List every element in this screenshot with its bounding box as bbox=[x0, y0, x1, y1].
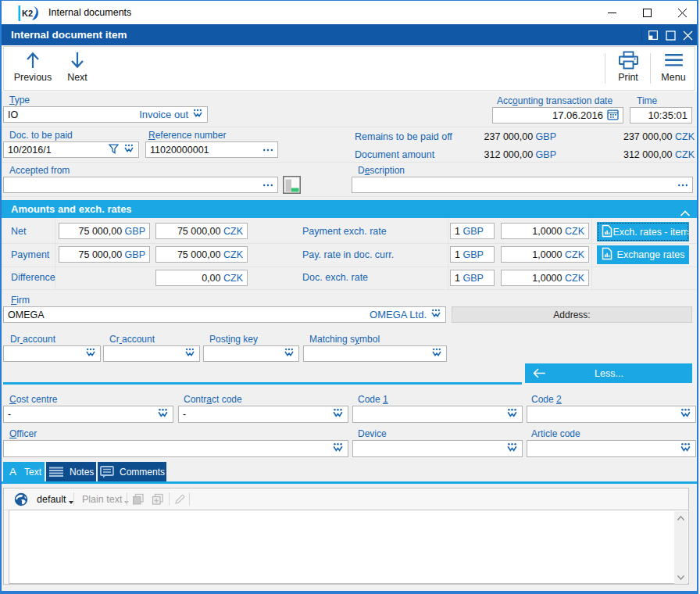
cost-centre-dropdown-icon[interactable] bbox=[157, 408, 169, 420]
scroll-up-icon[interactable] bbox=[674, 511, 688, 524]
contract-code-dropdown-icon[interactable] bbox=[332, 408, 344, 420]
officer-field[interactable] bbox=[3, 440, 348, 457]
cost-centre-field[interactable]: - bbox=[3, 406, 173, 423]
k2-app-icon: K2 bbox=[18, 5, 39, 25]
collapse-chevron-up-icon[interactable] bbox=[680, 206, 691, 220]
dr-account-dropdown-icon[interactable] bbox=[85, 348, 96, 360]
window-title: Internal documents bbox=[48, 7, 131, 18]
scroll-down-icon[interactable] bbox=[674, 571, 688, 584]
edit-pencil-icon[interactable] bbox=[173, 488, 186, 510]
globe-icon[interactable] bbox=[14, 488, 28, 510]
posting-key-field[interactable] bbox=[203, 345, 299, 362]
time-value: 10:35:01 bbox=[648, 109, 688, 121]
hamburger-menu-icon bbox=[664, 49, 684, 71]
document-amount-czk-value: 312 000,00 CZK bbox=[577, 149, 695, 160]
language-selector[interactable]: default bbox=[37, 488, 73, 510]
text-a-icon: A bbox=[9, 466, 16, 478]
exch-rates-item-button[interactable]: Exch. rates - item bbox=[597, 222, 689, 242]
tab-notes[interactable]: Notes bbox=[46, 462, 96, 481]
pay-rate-doc-curr-unit-field[interactable]: 1 GBP bbox=[450, 246, 495, 263]
document-chart-icon bbox=[602, 224, 612, 240]
inner-maximize-icon[interactable] bbox=[664, 29, 677, 41]
firm-display: OMEGA Ltd. bbox=[370, 309, 427, 320]
active-tab-strip bbox=[2, 481, 697, 484]
less-button[interactable]: Less... bbox=[525, 363, 692, 383]
window-maximize-button[interactable] bbox=[630, 1, 665, 24]
accounting-date-field[interactable]: 17.06.2016 bbox=[492, 107, 623, 123]
payment-exch-rate-value-field[interactable]: 1,0000 CZK bbox=[501, 223, 589, 239]
accepted-from-more-icon[interactable] bbox=[262, 180, 273, 191]
copy-icon[interactable] bbox=[132, 488, 145, 510]
amounts-section-header[interactable]: Amounts and exch. rates bbox=[2, 200, 697, 218]
copy-plus-icon[interactable] bbox=[152, 488, 164, 510]
address-label: Address: bbox=[553, 310, 590, 320]
device-dropdown-icon[interactable] bbox=[506, 442, 518, 455]
firm-dropdown-icon[interactable] bbox=[430, 309, 441, 320]
tab-text[interactable]: A Text bbox=[3, 462, 45, 481]
exch-rates-item-button-label: Exch. rates - item bbox=[612, 227, 689, 238]
officer-dropdown-icon[interactable] bbox=[332, 442, 344, 455]
doc-to-be-paid-field[interactable]: 10/2016/1 bbox=[3, 141, 139, 158]
description-more-icon[interactable] bbox=[677, 180, 688, 191]
type-dropdown-icon[interactable] bbox=[192, 109, 203, 120]
next-button[interactable]: Next bbox=[55, 49, 100, 88]
payment-exch-rate-unit-field[interactable]: 1 GBP bbox=[450, 223, 495, 239]
accepted-from-field[interactable] bbox=[3, 177, 278, 193]
code1-field[interactable] bbox=[352, 406, 523, 423]
doc-exch-rate-value-field[interactable]: 1,0000 CZK bbox=[501, 270, 589, 286]
payment-gbp-field[interactable]: 75 000,00 GBP bbox=[59, 246, 150, 263]
pay-rate-doc-curr-value-field[interactable]: 1,0000 CZK bbox=[501, 246, 589, 263]
doc-exch-rate-unit-field[interactable]: 1 GBP bbox=[450, 270, 495, 286]
reference-number-field[interactable]: 11020000001 bbox=[145, 141, 278, 158]
filter-funnel-icon[interactable] bbox=[109, 144, 119, 156]
code2-dropdown-icon[interactable] bbox=[680, 408, 691, 420]
vertical-scrollbar[interactable] bbox=[674, 511, 688, 584]
contract-code-label: Contract code bbox=[184, 394, 242, 405]
article-code-dropdown-icon[interactable] bbox=[680, 442, 691, 455]
posting-key-dropdown-icon[interactable] bbox=[284, 348, 295, 360]
doc-to-be-paid-dropdown-icon[interactable] bbox=[123, 144, 134, 156]
description-field[interactable] bbox=[352, 177, 693, 193]
format-selector[interactable]: Plain text bbox=[82, 488, 129, 510]
previous-button[interactable]: Previous bbox=[10, 49, 55, 88]
exchange-rates-button[interactable]: Exchange rates bbox=[597, 245, 689, 264]
text-content-area[interactable] bbox=[9, 510, 689, 584]
exchange-rates-button-label: Exchange rates bbox=[612, 249, 689, 260]
menu-button[interactable]: Menu bbox=[651, 49, 696, 88]
window-minimize-button[interactable] bbox=[595, 1, 630, 24]
calendar-icon[interactable] bbox=[607, 109, 619, 123]
tab-text-label: Text bbox=[24, 467, 41, 478]
dr-account-field[interactable] bbox=[3, 345, 101, 362]
firm-field[interactable]: OMEGA OMEGA Ltd. bbox=[3, 306, 446, 323]
firm-status-chart-icon[interactable] bbox=[283, 176, 301, 197]
document-chart-icon-2 bbox=[602, 247, 612, 263]
article-code-field[interactable] bbox=[527, 440, 696, 457]
print-button[interactable]: Print bbox=[605, 49, 651, 88]
dock-window-icon[interactable] bbox=[647, 29, 659, 41]
cr-account-dropdown-icon[interactable] bbox=[184, 348, 195, 360]
net-gbp-field[interactable]: 75 000,00 GBP bbox=[59, 223, 150, 239]
officer-label: Officer bbox=[9, 428, 37, 439]
less-button-label: Less... bbox=[546, 368, 672, 379]
reference-more-icon[interactable] bbox=[262, 145, 273, 156]
cr-account-field[interactable] bbox=[103, 345, 200, 362]
address-panel[interactable]: Address: bbox=[452, 306, 692, 323]
matching-symbol-dropdown-icon[interactable] bbox=[431, 348, 442, 360]
window-close-button[interactable] bbox=[665, 1, 700, 24]
difference-czk-field[interactable]: 0,00 CZK bbox=[155, 270, 248, 286]
doc-to-be-paid-value: 10/2016/1 bbox=[8, 145, 52, 156]
matching-symbol-field[interactable] bbox=[303, 345, 447, 362]
window-frame-bottom bbox=[0, 591, 700, 594]
inner-close-icon[interactable] bbox=[681, 29, 694, 41]
document-header-bar: Internal document item bbox=[2, 24, 697, 45]
net-czk-field[interactable]: 75 000,00 CZK bbox=[155, 223, 248, 239]
payment-czk-field[interactable]: 75 000,00 CZK bbox=[155, 246, 248, 263]
contract-code-field[interactable]: - bbox=[178, 406, 348, 423]
code2-field[interactable] bbox=[527, 406, 696, 423]
tab-comments[interactable]: Comments bbox=[98, 462, 166, 481]
code1-dropdown-icon[interactable] bbox=[506, 408, 518, 420]
time-field[interactable]: 10:35:01 bbox=[630, 107, 692, 123]
device-field[interactable] bbox=[352, 440, 523, 457]
type-field[interactable]: IO Invoice out bbox=[3, 106, 208, 123]
reference-number-label: Reference number bbox=[148, 130, 226, 141]
